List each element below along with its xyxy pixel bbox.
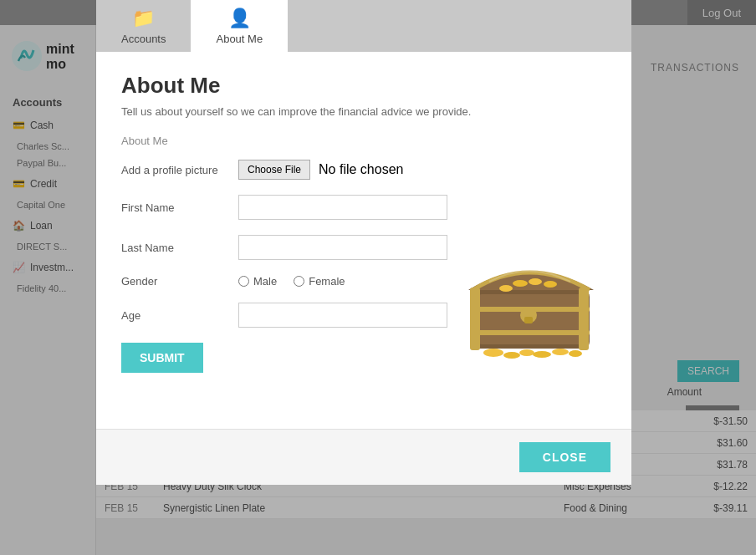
- svg-point-11: [519, 349, 534, 356]
- last-name-input[interactable]: [238, 235, 447, 260]
- tab-accounts[interactable]: 📁 Accounts: [96, 0, 191, 52]
- modal-footer: CLOSE: [96, 429, 631, 485]
- submit-button[interactable]: SUBMIT: [121, 343, 203, 373]
- gender-radio-group: Male Female: [238, 275, 345, 288]
- svg-point-9: [483, 349, 503, 357]
- gender-male-option[interactable]: Male: [238, 275, 277, 288]
- treasure-chest-illustration: [452, 206, 606, 361]
- modal-body: About Me Tell us about yourself so we ca…: [96, 52, 631, 429]
- close-button[interactable]: CLOSE: [519, 442, 610, 472]
- accounts-tab-icon: 📁: [132, 8, 155, 29]
- svg-point-10: [503, 352, 520, 359]
- modal-section-label: About Me: [121, 135, 606, 147]
- svg-rect-6: [524, 317, 533, 323]
- modal-subtitle: Tell us about yourself so we can improve…: [121, 105, 606, 118]
- svg-rect-8: [579, 288, 589, 350]
- tab-accounts-label: Accounts: [121, 33, 166, 45]
- svg-rect-7: [470, 288, 480, 350]
- svg-rect-4: [472, 330, 590, 335]
- modal: 📁 Accounts 👤 About Me About Me Tell us a…: [96, 0, 631, 485]
- choose-file-button[interactable]: Choose File: [238, 160, 310, 180]
- age-label: Age: [121, 309, 238, 322]
- svg-point-18: [544, 281, 557, 288]
- no-file-text: No file chosen: [319, 162, 403, 177]
- file-input-area: Choose File No file chosen: [238, 160, 403, 180]
- svg-point-15: [499, 285, 513, 292]
- svg-point-14: [569, 350, 582, 357]
- about-me-tab-icon: 👤: [228, 8, 251, 29]
- modal-title: About Me: [121, 73, 606, 99]
- svg-point-17: [529, 278, 542, 285]
- gender-male-radio[interactable]: [238, 276, 249, 287]
- tab-about-me[interactable]: 👤 About Me: [191, 0, 288, 52]
- tab-about-me-label: About Me: [216, 33, 263, 45]
- profile-picture-label: Add a profile picture: [121, 164, 238, 176]
- gender-female-radio[interactable]: [294, 276, 304, 287]
- gender-female-option[interactable]: Female: [294, 275, 345, 288]
- modal-tabs: 📁 Accounts 👤 About Me: [96, 0, 631, 52]
- profile-picture-row: Add a profile picture Choose File No fil…: [121, 160, 606, 180]
- svg-point-12: [533, 351, 551, 358]
- gender-label: Gender: [121, 275, 238, 288]
- age-input[interactable]: [238, 303, 447, 328]
- first-name-label: First Name: [121, 201, 238, 214]
- gender-male-label: Male: [253, 275, 277, 288]
- first-name-input[interactable]: [238, 195, 447, 220]
- last-name-label: Last Name: [121, 242, 238, 254]
- chest-svg: [452, 206, 606, 361]
- svg-point-13: [552, 349, 569, 355]
- svg-point-16: [513, 280, 528, 287]
- gender-female-label: Female: [309, 275, 345, 288]
